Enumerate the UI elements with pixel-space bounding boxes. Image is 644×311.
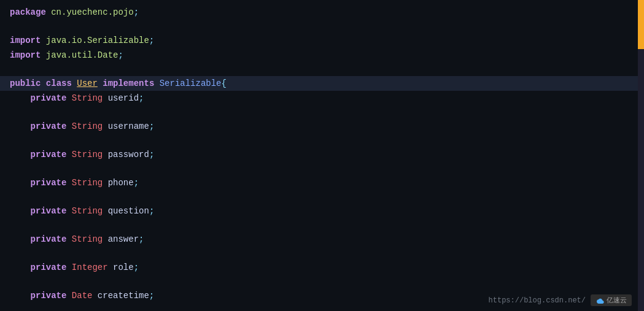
- watermark-url: https://blog.csdn.net/: [489, 296, 586, 305]
- empty-line: [0, 190, 644, 204]
- empty-line: [0, 20, 644, 33]
- code-line: private String userid;: [0, 91, 644, 106]
- watermark-badge: 亿速云: [591, 294, 632, 306]
- empty-line: [0, 247, 644, 260]
- empty-line: [0, 106, 644, 119]
- code-line: private String question;: [0, 204, 644, 218]
- watermark: https://blog.csdn.net/ 亿速云: [489, 294, 632, 306]
- code-line: private String phone;: [0, 175, 644, 190]
- empty-line: [0, 134, 644, 147]
- empty-line: [0, 275, 644, 288]
- scrollbar-thumb[interactable]: [638, 0, 644, 49]
- code-line: import java.io.Serializable;: [0, 33, 644, 48]
- cloud-icon: [596, 298, 604, 304]
- scrollbar[interactable]: [638, 0, 644, 311]
- code-line: private String username;: [0, 119, 644, 134]
- empty-line: [0, 63, 644, 76]
- code-line: import java.util.Date;: [0, 48, 644, 63]
- code-line: package cn.yuechenc.pojo;: [0, 5, 644, 20]
- code-editor: package cn.yuechenc.pojo; import java.io…: [0, 0, 644, 311]
- empty-line: [0, 162, 644, 175]
- code-line-highlighted: public class User implements Serializabl…: [0, 76, 644, 91]
- code-line: private String answer;: [0, 232, 644, 247]
- code-line: private String password;: [0, 147, 644, 162]
- empty-line: [0, 218, 644, 232]
- code-line: private Integer role;: [0, 260, 644, 275]
